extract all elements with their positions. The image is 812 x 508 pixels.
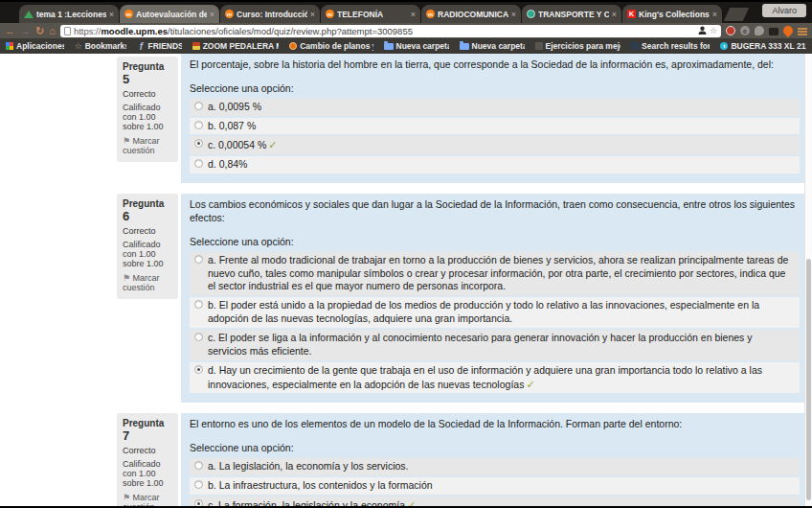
tab-telefonia[interactable]: m TELEFONÍA × [321, 5, 420, 23]
quiz-review-page: Pregunta 5 Correcto Calificado con 1.00 … [0, 54, 812, 506]
tab-close-icon[interactable]: × [411, 10, 416, 19]
radio-button[interactable] [194, 121, 203, 129]
status-correct: Correcto [123, 89, 172, 99]
answer-option[interactable]: c. La formación, la legislación y la eco… [190, 496, 800, 506]
profile-button[interactable]: Alvaro [762, 4, 806, 17]
bookmark-star-icon[interactable]: ☆ [710, 26, 717, 35]
flag-question-link[interactable]: ⚑ Marcar cuestión [123, 493, 172, 506]
answer-option[interactable]: a. La legislación, la economía y los ser… [190, 458, 800, 475]
flag-question-link[interactable]: ⚑ Marcar cuestión [123, 136, 172, 155]
drive-icon [24, 11, 34, 18]
flag-question-link[interactable]: ⚑ Marcar cuestión [123, 273, 172, 292]
moodle-icon: m [326, 10, 334, 18]
answer-option[interactable]: d. Hay un crecimiento de la gente que tr… [190, 362, 800, 394]
tab-close-icon[interactable]: × [612, 10, 617, 19]
radio-button[interactable] [194, 365, 203, 374]
question-text: El porcentaje, sobre la historia del hom… [190, 58, 800, 72]
screen-extension-icon[interactable] [769, 28, 778, 35]
question-number: Pregunta 6 [123, 198, 172, 223]
tab-close-icon[interactable]: × [109, 10, 114, 19]
radio-button[interactable] [194, 480, 203, 489]
answer-option[interactable]: b. La infraestructura, los contenidos y … [190, 477, 800, 495]
bookmark-aplicaciones[interactable]: Aplicaciones [6, 41, 64, 51]
option-label: c. La formación, la legislación y la eco… [208, 498, 794, 506]
reload-icon[interactable]: ↻ [35, 26, 44, 36]
answer-option[interactable]: a. Frente al modo tradicional de trabaja… [190, 252, 800, 296]
radio-button[interactable] [194, 255, 203, 264]
question-content: Los cambios económicos y sociales que da… [181, 194, 808, 403]
radio-button[interactable] [194, 139, 203, 148]
balloon-extension-icon[interactable] [755, 26, 764, 35]
tab-close-icon[interactable]: × [210, 10, 214, 19]
person-icon[interactable] [698, 26, 707, 36]
radio-button[interactable] [194, 102, 203, 110]
moodle-icon: m [426, 10, 435, 18]
answer-option[interactable]: b. 0,087 %✓ [190, 118, 800, 135]
new-tab-button[interactable] [724, 8, 750, 21]
tab-close-icon[interactable]: × [712, 10, 717, 19]
radio-button[interactable] [194, 499, 203, 506]
answer-option[interactable]: c. El poder se liga a la información y a… [190, 330, 800, 360]
bookmark-cambio-de-planos[interactable]: Cambio de planos y [289, 41, 372, 51]
option-label: b. La infraestructura, los contenidos y … [208, 479, 794, 493]
folder-icon [384, 43, 394, 50]
option-label: a. Frente al modo tradicional de trabaja… [208, 254, 794, 294]
bookmark-ejercicios[interactable]: Ejercicios para mejo [535, 41, 621, 51]
select-option-label: Seleccione una opción: [190, 442, 800, 455]
radio-button[interactable] [194, 159, 203, 168]
bookmark-bugera[interactable]: tBUGERA 333 XL 212 [720, 41, 806, 51]
address-bar[interactable]: https://moodle.upm.es/titulaciones/ofici… [60, 25, 721, 37]
tab-radiocomunicacion[interactable]: m RADIOCOMUNICACIÓN × [421, 5, 521, 23]
bookmark-nueva-carpeta-2[interactable]: Nueva carpeta [460, 41, 525, 51]
green-dot-icon [527, 10, 535, 18]
orange-dot-icon [289, 42, 297, 50]
question-content: El porcentaje, sobre la historia del hom… [181, 54, 808, 183]
tab-close-icon[interactable]: × [511, 10, 516, 19]
bookmark-friends[interactable]: fFRIENDS [137, 41, 181, 51]
tab-transporte[interactable]: TRANSPORTE Y COMUNIC × [522, 5, 621, 23]
thomann-icon: t [720, 42, 728, 50]
facebook-icon: f [137, 42, 145, 50]
bookmarks-bar: Aplicaciones ☆Bookmarks fFRIENDS ZOOM PE… [0, 38, 812, 54]
page-scrollbar[interactable] [804, 54, 812, 506]
radio-button[interactable] [194, 333, 203, 341]
correct-check-icon: ✓ [407, 499, 416, 506]
correct-check-icon: ✓ [268, 139, 277, 150]
tab-close-icon[interactable]: × [310, 10, 315, 19]
answer-option[interactable]: c. 0,00054 %✓ [190, 136, 800, 154]
tab-curso[interactable]: m Curso: Introducción a las × [220, 5, 320, 23]
apps-grid-icon [6, 42, 13, 50]
tab-autoevaluacion[interactable]: m Autoevaluación de las lec × [120, 5, 219, 23]
chrome-menu-icon[interactable] [798, 28, 807, 35]
adblock-extension-icon[interactable] [726, 26, 735, 35]
flame-extension-icon[interactable] [781, 24, 795, 37]
forward-icon[interactable]: → [20, 26, 31, 36]
question-info: Pregunta 7 Correcto Calificado con 1.00 … [117, 413, 178, 506]
tab-strip: tema 1 :Lecciones 7 y 8 × m Autoevaluaci… [0, 2, 812, 23]
answer-option[interactable]: a. 0,0095 %✓ [190, 99, 800, 116]
tab-tema1[interactable]: tema 1 :Lecciones 7 y 8 × [19, 5, 119, 23]
radio-button[interactable] [194, 300, 203, 309]
e-extension-icon[interactable]: e [740, 26, 750, 35]
bookmark-nueva-carpeta-1[interactable]: Nueva carpeta [384, 41, 449, 51]
scrollbar-thumb[interactable] [806, 259, 811, 500]
question-text: Los cambios económicos y sociales que da… [190, 198, 800, 225]
question-number: Pregunta 5 [123, 61, 172, 86]
answer-option[interactable]: b. El poder está unido a la propiedad de… [190, 297, 800, 328]
flag-icon: ⚑ [123, 136, 130, 146]
back-icon[interactable]: ← [5, 26, 15, 36]
option-label: d. 0,84%✓ [208, 158, 794, 172]
grade-text: Calificado con 1.00 sobre 1.00 [123, 459, 172, 488]
bookmark-search-results[interactable]: Search results for: [631, 41, 710, 51]
home-icon[interactable]: ⌂ [49, 26, 56, 36]
answer-option[interactable]: d. 0,84%✓ [190, 156, 800, 173]
bookmark-bookmarks[interactable]: ☆Bookmarks [75, 41, 127, 51]
radio-button[interactable] [194, 461, 203, 470]
tab-label: TELEFONÍA [337, 10, 408, 19]
browser-window: tema 1 :Lecciones 7 y 8 × m Autoevaluaci… [0, 0, 812, 508]
question-number: Pregunta 7 [123, 418, 172, 443]
bookmark-zoom-pedalera[interactable]: ZOOM PEDALERA M [192, 41, 280, 51]
option-label: a. La legislación, la economía y los ser… [208, 460, 794, 473]
status-correct: Correcto [123, 226, 172, 236]
tab-kings-collections[interactable]: K King's Collections : Onlin × [622, 5, 722, 23]
